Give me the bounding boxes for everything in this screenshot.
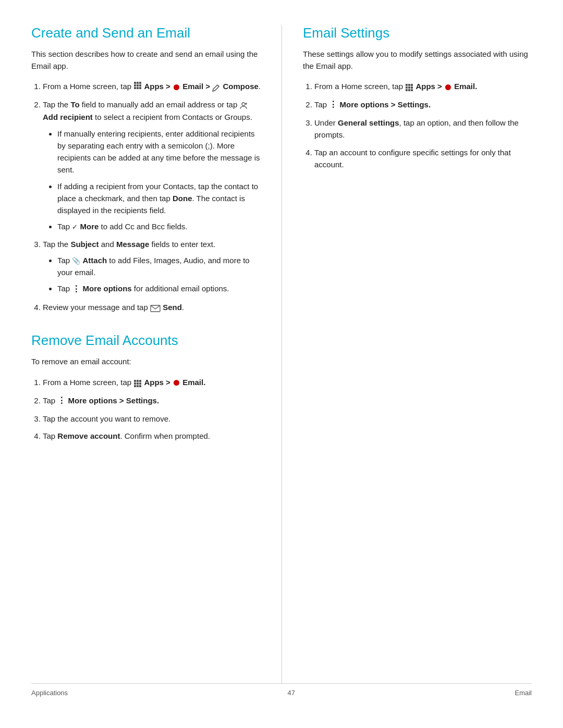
email-dot-icon-s1 — [445, 84, 451, 90]
footer: Applications 47 Email — [31, 683, 532, 697]
settings-step-3: Under General settings, tap an option, a… — [314, 117, 532, 141]
footer-center: 47 — [288, 689, 295, 697]
remove-accounts-intro: To remove an email account: — [31, 356, 261, 368]
add-recipient-label: Add recipient — [43, 113, 93, 121]
svg-rect-21 — [139, 385, 141, 387]
svg-rect-15 — [139, 380, 141, 382]
svg-rect-25 — [406, 87, 408, 89]
page: Create and Send an Email This section de… — [0, 0, 563, 728]
svg-rect-18 — [139, 382, 141, 385]
footer-right: Email — [515, 689, 532, 697]
to-field-label: To — [70, 100, 79, 109]
left-column: Create and Send an Email This section de… — [31, 25, 282, 683]
svg-rect-2 — [139, 82, 141, 84]
svg-rect-13 — [134, 380, 136, 382]
remove-accounts-steps: From a Home screen, tap — [31, 376, 261, 442]
remove-step-4: Tap Remove account. Confirm when prompte… — [43, 430, 261, 442]
svg-rect-29 — [408, 89, 410, 91]
step2-bullet-1: If manually entering recipients, enter a… — [57, 128, 261, 176]
svg-rect-22 — [406, 84, 408, 86]
create-send-steps: From a Home screen, tap — [31, 80, 261, 314]
send-label: Send — [163, 303, 182, 312]
remove-accounts-title: Remove Email Accounts — [31, 332, 261, 349]
apps-label: Apps > — [144, 82, 173, 91]
step3-bullets: Tap 📎 Attach to add Files, Images, Audio… — [43, 254, 261, 296]
svg-rect-3 — [134, 84, 136, 87]
step2-bullet-3: Tap ✓ More to add Cc and Bcc fields. — [57, 220, 261, 232]
svg-rect-26 — [408, 87, 410, 89]
email-settings-steps: From a Home screen, tap — [303, 80, 532, 170]
create-send-step-2: Tap the To field to manually add an emai… — [43, 98, 261, 233]
step2-bullets: If manually entering recipients, enter a… — [43, 128, 261, 233]
apps-icon-s1 — [405, 81, 413, 93]
svg-rect-1 — [137, 82, 139, 84]
apps-icon-r1 — [133, 377, 142, 389]
svg-rect-23 — [408, 84, 410, 86]
attach-icon: 📎 — [72, 256, 80, 266]
svg-rect-20 — [137, 385, 139, 387]
svg-rect-5 — [139, 84, 141, 87]
svg-rect-24 — [411, 84, 413, 86]
create-send-title: Create and Send an Email — [31, 25, 261, 41]
email-settings-title: Email Settings — [303, 25, 532, 41]
svg-rect-4 — [137, 84, 139, 87]
remove-step-1: From a Home screen, tap — [43, 376, 261, 389]
remove-accounts-section: Remove Email Accounts To remove an email… — [31, 332, 261, 442]
step2-bullet-2: If adding a recipient from your Contacts… — [57, 180, 261, 217]
svg-rect-7 — [137, 87, 139, 89]
svg-point-9 — [242, 103, 245, 106]
add-recipient-icon — [239, 99, 248, 111]
compose-label: Compose — [223, 82, 258, 91]
send-icon — [150, 302, 161, 314]
svg-rect-27 — [411, 87, 413, 89]
svg-rect-17 — [137, 382, 139, 385]
more-icon-s2: ⋮ — [329, 98, 337, 112]
svg-rect-14 — [137, 380, 139, 382]
step3-bullet-2: Tap ⋮ More options for additional email … — [57, 282, 261, 295]
subject-label: Subject — [70, 240, 99, 249]
message-label: Message — [116, 240, 149, 249]
apps-icon — [133, 81, 142, 93]
create-send-intro: This section describes how to create and… — [31, 48, 261, 72]
settings-step-4: Tap an account to configure specific set… — [314, 146, 532, 171]
settings-step-1: From a Home screen, tap — [314, 80, 532, 93]
settings-step-2: Tap ⋮ More options > Settings. — [314, 98, 532, 112]
svg-rect-30 — [411, 89, 413, 91]
right-column: Email Settings These settings allow you … — [282, 25, 532, 683]
remove-step-2: Tap ⋮ More options > Settings. — [43, 394, 261, 408]
create-send-step-3: Tap the Subject and Message fields to en… — [43, 238, 261, 296]
svg-rect-8 — [139, 87, 141, 89]
email-settings-intro: These settings allow you to modify setti… — [303, 48, 532, 72]
more-options-icon-step3: ⋮ — [72, 283, 80, 296]
remove-step-3: Tap the account you want to remove. — [43, 413, 261, 425]
svg-rect-19 — [134, 385, 136, 387]
footer-left: Applications — [31, 689, 68, 697]
svg-rect-6 — [134, 87, 136, 89]
email-dot-icon-r1 — [174, 380, 179, 386]
more-icon-r2: ⋮ — [57, 394, 66, 408]
create-send-step-1: From a Home screen, tap — [43, 80, 261, 93]
create-send-step-4: Review your message and tap Send. — [43, 301, 261, 314]
create-send-section: Create and Send an Email This section de… — [31, 25, 261, 314]
email-label: Email > — [182, 82, 212, 91]
svg-rect-0 — [134, 82, 136, 84]
step3-bullet-1: Tap 📎 Attach to add Files, Images, Audio… — [57, 254, 261, 279]
svg-rect-16 — [134, 382, 136, 385]
email-dot-icon — [174, 84, 179, 90]
compose-icon — [212, 81, 221, 93]
email-settings-section: Email Settings These settings allow you … — [303, 25, 532, 170]
svg-rect-28 — [406, 89, 408, 91]
